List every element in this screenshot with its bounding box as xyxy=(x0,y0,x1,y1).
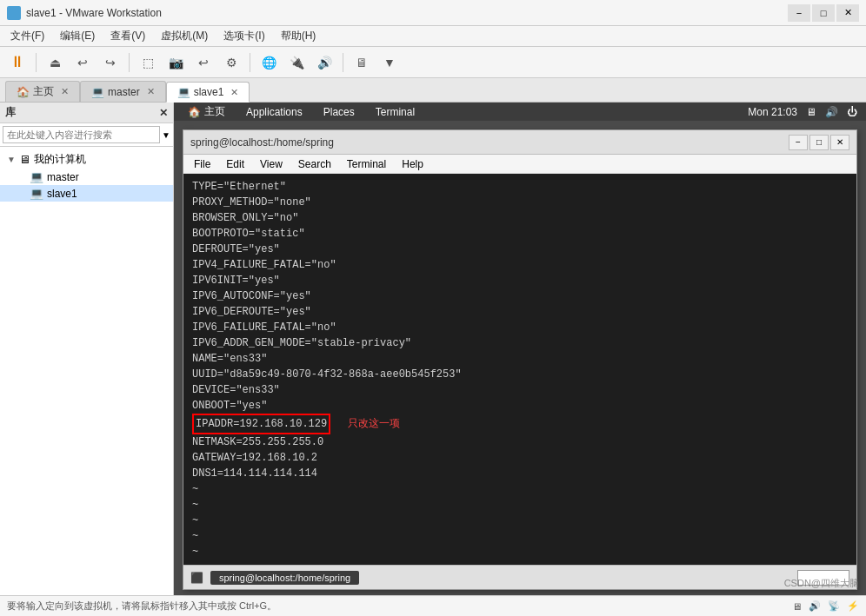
tree-my-computer[interactable]: ▼ 🖥 我的计算机 xyxy=(0,150,173,169)
tree-slave1[interactable]: 💻 slave1 xyxy=(0,185,173,202)
forward-button[interactable]: ↪ xyxy=(98,50,123,75)
sidebar-search-input[interactable] xyxy=(3,126,160,143)
maximize-button[interactable]: □ xyxy=(812,4,835,22)
vm-terminal-item[interactable]: Terminal xyxy=(370,104,420,120)
vm-applications-label: Applications xyxy=(246,106,303,118)
title-bar-left: slave1 - VMware Workstation xyxy=(7,6,162,20)
terminal-line: IPV6_AUTOCONF="yes" xyxy=(192,288,848,304)
vm-top-bar: 🏠 主页 Applications Places Terminal Mon 21… xyxy=(174,103,866,121)
toolbar-sep-1 xyxy=(36,53,37,72)
tab-master[interactable]: 💻 master ✕ xyxy=(80,81,166,102)
terminal-menu-terminal[interactable]: Terminal xyxy=(340,157,393,171)
usb-button[interactable]: 🔌 xyxy=(284,50,309,75)
snapshot-button[interactable]: 📷 xyxy=(163,50,188,75)
eject-button[interactable]: ⏏ xyxy=(43,50,67,75)
terminal-line: DNS1=114.114.114.114 xyxy=(192,466,848,481)
terminal-line: IPV6_ADDR_GEN_MODE="stable-privacy" xyxy=(192,335,848,351)
master-tab-label: master xyxy=(108,86,140,98)
revert-button[interactable]: ↩ xyxy=(191,50,216,75)
back-button[interactable]: ↩ xyxy=(70,50,95,75)
title-bar: slave1 - VMware Workstation − □ ✕ xyxy=(0,0,866,26)
slave1-tab-icon: 💻 xyxy=(177,86,190,98)
menu-vm[interactable]: 虚拟机(M) xyxy=(154,27,215,45)
vm-home-item[interactable]: 🏠 主页 xyxy=(183,103,230,121)
tab-slave1[interactable]: 💻 slave1 ✕ xyxy=(166,82,250,103)
audio-button[interactable]: 🔊 xyxy=(312,50,336,75)
terminal-bottom-bar: ⬛ spring@localhost:/home/spring xyxy=(183,565,856,589)
terminal-line: GATEWAY=192.168.10.2 xyxy=(192,450,848,466)
terminal-line: ONBOOT="yes" xyxy=(192,398,848,414)
terminal-highlighted-line: IPADDR=192.168.10.129只改这一项 xyxy=(192,414,848,434)
display-button[interactable]: 🖥 xyxy=(350,50,374,75)
vm-power-icon: ⏻ xyxy=(847,106,857,118)
vm-places-item[interactable]: Places xyxy=(318,104,360,120)
sidebar-close-icon[interactable]: ✕ xyxy=(159,107,168,119)
status-network-icon: 🖥 xyxy=(792,601,802,612)
tree-slave1-label: slave1 xyxy=(47,188,77,200)
master-tab-icon: 💻 xyxy=(91,86,104,98)
terminal-minimize-btn[interactable]: − xyxy=(789,135,808,150)
terminal-menu-view[interactable]: View xyxy=(253,157,290,171)
vm-network-icon: 🖥 xyxy=(806,106,816,118)
status-signal-icon: 📡 xyxy=(828,600,840,612)
slave1-tab-close[interactable]: ✕ xyxy=(230,87,238,98)
menu-tabs[interactable]: 选项卡(I) xyxy=(216,27,271,45)
close-button[interactable]: ✕ xyxy=(836,4,859,22)
terminal-line: ~ xyxy=(192,481,848,497)
more-button[interactable]: ▼ xyxy=(377,50,402,75)
home-tab-icon: 🏠 xyxy=(17,86,30,98)
terminal-line: NAME="ens33" xyxy=(192,351,848,367)
terminal-title-text: spring@localhost:/home/spring xyxy=(190,136,334,149)
terminal-line: BOOTPROTO="static" xyxy=(192,226,848,242)
toolbar: ⏸ ⏏ ↩ ↪ ⬚ 📷 ↩ ⚙ 🌐 🔌 🔊 🖥 ▼ xyxy=(0,47,866,78)
terminal-line: TYPE="Ethernet" xyxy=(192,179,848,195)
sidebar: 库 ✕ ▼ ▼ 🖥 我的计算机 💻 master 💻 slave1 xyxy=(0,103,174,595)
terminal-line: IPV4_FAILURE_FATAL="no" xyxy=(192,257,848,273)
computer-icon: 🖥 xyxy=(19,153,30,166)
pause-button[interactable]: ⏸ xyxy=(5,50,30,75)
status-power-icon: ⚡ xyxy=(847,600,859,612)
menu-edit[interactable]: 编辑(E) xyxy=(53,27,102,45)
vm-places-label: Places xyxy=(323,106,355,118)
terminal-line: ~ xyxy=(192,544,848,560)
terminal-menu-edit[interactable]: Edit xyxy=(219,157,251,171)
terminal-close-btn[interactable]: ✕ xyxy=(830,135,849,150)
terminal-line: IPV6_DEFROUTE="yes" xyxy=(192,304,848,320)
terminal-menu-help[interactable]: Help xyxy=(395,157,430,171)
tree-master[interactable]: 💻 master xyxy=(0,169,173,185)
terminal-win-btns: − □ ✕ xyxy=(789,135,849,150)
status-text: 要将输入定向到该虚拟机，请将鼠标指针移入其中或按 Ctrl+G。 xyxy=(7,599,276,613)
tree-area: ▼ 🖥 我的计算机 💻 master 💻 slave1 xyxy=(0,147,173,595)
status-right: 🖥 🔊 📡 ⚡ xyxy=(792,600,859,612)
vm-time: Mon 21:03 xyxy=(748,106,797,118)
terminal-line: BROWSER_ONLY="no" xyxy=(192,210,848,226)
sidebar-title: 库 xyxy=(5,105,16,120)
menu-bar: 文件(F) 编辑(E) 查看(V) 虚拟机(M) 选项卡(I) 帮助(H) xyxy=(0,26,866,47)
terminal-menu-search[interactable]: Search xyxy=(291,157,338,171)
sidebar-search-area: ▼ xyxy=(0,123,173,147)
menu-help[interactable]: 帮助(H) xyxy=(274,27,323,45)
toolbar-sep-4 xyxy=(343,53,343,72)
terminal-menu-file[interactable]: File xyxy=(187,157,217,171)
terminal-content[interactable]: TYPE="Ethernet"PROXY_METHOD="none"BROWSE… xyxy=(183,174,856,565)
master-tab-close[interactable]: ✕ xyxy=(147,86,155,97)
terminal-bottom-tab[interactable]: spring@localhost:/home/spring xyxy=(210,571,359,585)
vm-top-right: Mon 21:03 🖥 🔊 ⏻ xyxy=(748,106,857,118)
tab-home[interactable]: 🏠 主页 ✕ xyxy=(5,81,80,102)
menu-file[interactable]: 文件(F) xyxy=(3,27,51,45)
terminal-maximize-btn[interactable]: □ xyxy=(809,135,829,150)
annotation-text: 只改这一项 xyxy=(348,417,400,429)
vm-applications-item[interactable]: Applications xyxy=(241,104,308,120)
vm-terminal-label: Terminal xyxy=(376,106,415,118)
minimize-button[interactable]: − xyxy=(788,4,810,22)
search-dropdown-icon[interactable]: ▼ xyxy=(162,130,170,140)
terminal-line: UUID="d8a59c49-8070-4f32-868a-aee0b545f2… xyxy=(192,367,848,382)
settings-button[interactable]: ⚙ xyxy=(219,50,243,75)
network-button[interactable]: 🌐 xyxy=(256,50,281,75)
watermark: CSDN@四维大脑 xyxy=(784,577,859,590)
vm-volume-icon: 🔊 xyxy=(825,106,838,118)
fullscreen-button[interactable]: ⬚ xyxy=(136,50,160,75)
home-tab-close[interactable]: ✕ xyxy=(61,86,69,97)
terminal-window: spring@localhost:/home/spring − □ ✕ File… xyxy=(183,129,857,590)
menu-view[interactable]: 查看(V) xyxy=(103,27,152,45)
